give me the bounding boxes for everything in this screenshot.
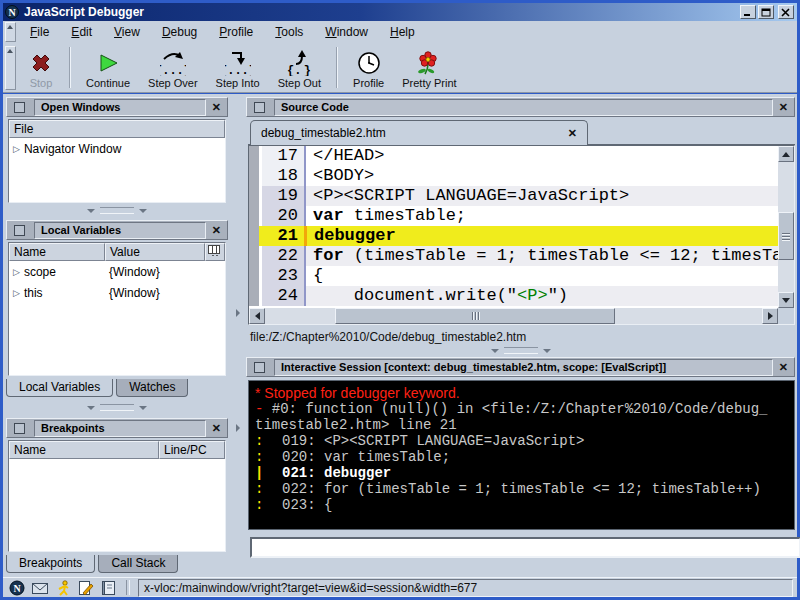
breakpoint-margin[interactable] bbox=[249, 146, 259, 166]
line-number[interactable]: 20 bbox=[262, 206, 306, 226]
toolbar-separator bbox=[336, 47, 338, 88]
session-command-input[interactable] bbox=[250, 537, 800, 558]
menu-item-profile[interactable]: Profile bbox=[208, 22, 264, 42]
composer-icon[interactable] bbox=[77, 580, 95, 596]
interactive-session-close-icon[interactable]: ✕ bbox=[779, 362, 794, 373]
line-number[interactable]: 24 bbox=[262, 286, 306, 306]
toolbar-button-profile[interactable]: Profile bbox=[344, 43, 393, 92]
breakpoint-margin[interactable] bbox=[249, 266, 259, 286]
address-book-icon[interactable] bbox=[100, 580, 118, 596]
messenger-icon[interactable] bbox=[54, 580, 72, 596]
vertical-scrollbar-thumb[interactable] bbox=[778, 212, 794, 260]
tab-breakpoints[interactable]: Breakpoints bbox=[6, 555, 95, 573]
panel-grippy-icon[interactable] bbox=[14, 423, 25, 434]
twisty-icon[interactable]: ▷ bbox=[13, 288, 20, 298]
column-splitter[interactable] bbox=[231, 97, 246, 570]
breakpoint-margin[interactable] bbox=[249, 206, 259, 226]
breakpoint-margin[interactable] bbox=[249, 246, 259, 266]
panel-splitter[interactable] bbox=[6, 402, 228, 413]
mail-icon[interactable] bbox=[31, 580, 49, 596]
open-windows-close-icon[interactable]: ✕ bbox=[212, 102, 227, 113]
menu-item-debug[interactable]: Debug bbox=[151, 22, 208, 42]
toolbar-button-continue[interactable]: Continue bbox=[77, 43, 139, 92]
toolbar-button-pretty-print[interactable]: Pretty Print bbox=[393, 43, 465, 92]
panel-grippy-icon[interactable] bbox=[254, 102, 265, 113]
toolbar-button-step-over[interactable]: {...}Step Over bbox=[139, 43, 207, 92]
menu-item-tools[interactable]: Tools bbox=[264, 22, 314, 42]
pretty-print-flower-icon bbox=[416, 48, 442, 77]
console-line-prefix: : bbox=[255, 433, 282, 449]
scroll-right-icon[interactable] bbox=[762, 308, 778, 324]
breakpoint-margin[interactable] bbox=[249, 226, 259, 246]
source-tab-close-icon[interactable]: ✕ bbox=[568, 128, 577, 139]
tab-watches[interactable]: Watches bbox=[116, 379, 188, 397]
source-line-text: document.write("<P>") bbox=[306, 286, 778, 306]
line-number[interactable]: 22 bbox=[262, 246, 306, 266]
scroll-left-icon[interactable] bbox=[249, 308, 265, 324]
profile-clock-icon bbox=[356, 48, 382, 77]
toolbar-button-label: Step Into bbox=[216, 77, 260, 89]
vertical-scrollbar[interactable] bbox=[778, 146, 794, 308]
title-bar[interactable]: N JavaScript Debugger bbox=[3, 3, 797, 21]
twisty-icon[interactable]: ▷ bbox=[13, 144, 20, 154]
scroll-up-icon[interactable] bbox=[778, 146, 794, 162]
local-variables-close-icon[interactable]: ✕ bbox=[212, 225, 227, 236]
horizontal-scrollbar-thumb[interactable] bbox=[335, 308, 615, 324]
toolbar-grippy[interactable] bbox=[5, 46, 16, 90]
panel-grippy-icon[interactable] bbox=[254, 362, 265, 373]
line-number[interactable]: 21 bbox=[262, 226, 307, 246]
source-line-text: { bbox=[306, 266, 778, 286]
variable-row-scope[interactable]: ▷scope{Window} bbox=[9, 261, 225, 282]
horizontal-scrollbar[interactable] bbox=[249, 308, 778, 324]
close-button[interactable] bbox=[778, 5, 794, 19]
line-number[interactable]: 18 bbox=[262, 166, 306, 186]
panel-splitter[interactable] bbox=[246, 345, 795, 356]
column-picker-icon[interactable] bbox=[205, 243, 225, 261]
window-icon[interactable]: N bbox=[5, 5, 19, 19]
menubar-grippy[interactable] bbox=[5, 22, 16, 42]
variable-row-this[interactable]: ▷this{Window} bbox=[9, 282, 225, 303]
scroll-down-icon[interactable] bbox=[778, 292, 794, 308]
panel-splitter[interactable] bbox=[6, 205, 228, 216]
source-file-tab[interactable]: debug_timestable2.htm ✕ bbox=[250, 120, 588, 145]
twisty-icon[interactable]: ▷ bbox=[13, 267, 20, 277]
panel-grippy-icon[interactable] bbox=[14, 225, 25, 236]
main-toolbar: StopContinue{...}Step Over{...}Step Into… bbox=[3, 43, 797, 93]
toolbar-button-step-out[interactable]: {. }Step Out bbox=[269, 43, 330, 92]
source-line-24: 24 document.write("<P>") bbox=[249, 286, 778, 306]
column-header-value[interactable]: Value bbox=[105, 243, 205, 261]
line-number[interactable]: 17 bbox=[262, 146, 306, 166]
breakpoint-margin[interactable] bbox=[249, 186, 259, 206]
local-variables-title: Local Variables bbox=[34, 222, 206, 239]
console-line-5: :022: for (timesTable = 1; timesTable <=… bbox=[255, 481, 768, 497]
menu-item-window[interactable]: Window bbox=[314, 22, 379, 42]
breakpoints-close-icon[interactable]: ✕ bbox=[212, 423, 227, 434]
breakpoint-margin[interactable] bbox=[249, 166, 259, 186]
menu-item-help[interactable]: Help bbox=[379, 22, 426, 42]
source-file-url: file:/Z:/Chapter%2010/Code/debug_timesta… bbox=[250, 330, 526, 344]
navigator-icon[interactable]: N bbox=[8, 580, 26, 596]
line-number[interactable]: 19 bbox=[262, 186, 306, 206]
column-header-line-pc[interactable]: Line/PC bbox=[159, 441, 225, 459]
tab-local-variables[interactable]: Local Variables bbox=[6, 379, 113, 397]
scrollbar-corner bbox=[778, 308, 794, 324]
column-header-file[interactable]: File bbox=[9, 120, 225, 138]
column-header-name[interactable]: Name bbox=[9, 243, 105, 261]
panel-grippy-icon[interactable] bbox=[14, 102, 25, 113]
tab-call-stack[interactable]: Call Stack bbox=[98, 555, 178, 573]
maximize-button[interactable] bbox=[758, 5, 774, 19]
menu-item-edit[interactable]: Edit bbox=[60, 22, 103, 42]
menu-bar: FileEditViewDebugProfileToolsWindowHelp bbox=[3, 21, 797, 43]
tree-row-navigator-window[interactable]: ▷Navigator Window bbox=[9, 138, 225, 159]
minimize-button[interactable] bbox=[740, 5, 756, 19]
column-header-name[interactable]: Name bbox=[9, 441, 159, 459]
menu-item-file[interactable]: File bbox=[19, 22, 60, 42]
continue-play-icon bbox=[95, 48, 121, 77]
interactive-session-title: Interactive Session [context: debug_time… bbox=[274, 359, 773, 376]
source-code-close-icon[interactable]: ✕ bbox=[779, 102, 794, 113]
breakpoint-margin[interactable] bbox=[249, 286, 259, 306]
menu-item-view[interactable]: View bbox=[103, 22, 151, 42]
statusbar-text: x-vloc:/mainwindow/vright?target=view&id… bbox=[138, 579, 793, 597]
toolbar-button-step-into[interactable]: {...}Step Into bbox=[207, 43, 269, 92]
line-number[interactable]: 23 bbox=[262, 266, 306, 286]
